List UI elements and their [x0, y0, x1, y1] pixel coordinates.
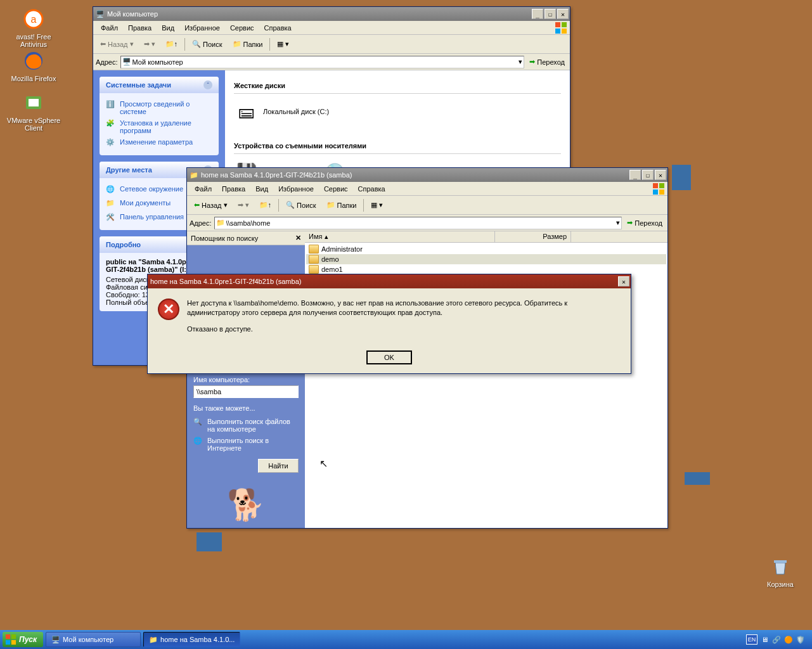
chevron-down-icon[interactable]: ▾	[519, 58, 522, 66]
svg-text:a: a	[31, 14, 37, 25]
desktop-icon-label: avast! Free Antivirus	[5, 33, 62, 48]
drive-local-c[interactable]: 🖴Локальный диск (C:)	[234, 100, 329, 123]
search-button[interactable]: 🔍Поиск	[188, 37, 226, 51]
error-dialog: home на Samba 4.1.0pre1-GIT-2f4b21b (sam…	[147, 274, 631, 374]
column-name[interactable]: Имя ▴	[305, 231, 495, 242]
computer-name-input[interactable]	[193, 385, 299, 398]
task-add-remove[interactable]: 🧩Установка и удаление программ	[106, 117, 212, 136]
taskbar-samba-home[interactable]: 📁home на Samba 4.1.0...	[143, 632, 240, 647]
ok-button[interactable]: OK	[366, 350, 412, 364]
up-button[interactable]: 📁↑	[161, 37, 183, 51]
folders-icon: 📁	[233, 40, 242, 48]
desktop-icon-avast[interactable]: a avast! Free Antivirus	[5, 8, 62, 48]
dialog-title: home на Samba 4.1.0pre1-GIT-2f4b21b (sam…	[150, 278, 615, 285]
titlebar[interactable]: 📁 home на Samba 4.1.0pre1-GIT-2f4b21b (s…	[187, 168, 667, 182]
language-indicator[interactable]: EN	[746, 634, 757, 645]
views-icon: ▦	[277, 40, 283, 48]
dialog-titlebar[interactable]: home на Samba 4.1.0pre1-GIT-2f4b21b (sam…	[148, 274, 631, 288]
titlebar[interactable]: 🖥️ Мой компьютер _ ☐ ✕	[93, 7, 570, 21]
desktop-icon-recycle[interactable]: Корзина	[752, 555, 809, 588]
system-tray: EN 🖥 🔗 🟠 🛡️	[742, 634, 809, 645]
panel-header[interactable]: Системные задачиˆ	[100, 77, 219, 93]
task-control-panel[interactable]: ⚙️Изменение параметра	[106, 136, 212, 150]
network-icon: 🌐	[106, 185, 116, 195]
programs-icon: 🧩	[106, 119, 116, 129]
address-input[interactable]	[132, 58, 518, 66]
go-button[interactable]: ➡Переход	[527, 58, 567, 66]
folders-button[interactable]: 📁Папки	[228, 37, 267, 51]
minimize-button[interactable]: _	[532, 9, 543, 19]
task-system-info[interactable]: ℹ️Просмотр сведений о системе	[106, 98, 212, 117]
tray-avast-icon[interactable]: 🟠	[783, 634, 794, 645]
menu-file[interactable]: Файл	[96, 23, 123, 33]
go-button[interactable]: ➡Переход	[624, 219, 665, 227]
views-button[interactable]: ▦▾	[366, 198, 387, 212]
addressbar: Адрес: 📁 ▾ ➡Переход	[187, 215, 667, 231]
address-label: Адрес:	[190, 219, 212, 227]
menu-tools[interactable]: Сервис	[225, 23, 259, 33]
menu-favorites[interactable]: Избранное	[179, 23, 225, 33]
control-panel-icon: 🛠️	[106, 213, 116, 223]
svg-rect-12	[653, 190, 658, 195]
error-denied: Отказано в доступе.	[187, 324, 621, 334]
section-hdd: Жесткие диски	[234, 79, 561, 94]
menu-view[interactable]: Вид	[157, 23, 179, 33]
folders-icon: 📁	[326, 201, 335, 209]
chevron-down-icon[interactable]: ▾	[616, 219, 620, 227]
folder-demo1[interactable]: demo1	[306, 264, 666, 274]
error-icon: ✕	[158, 299, 179, 320]
menu-edit[interactable]: Правка	[123, 23, 157, 33]
search-files-link[interactable]: 🔍Выполнить поиск файлов на компьютере	[193, 416, 299, 435]
desktop-icon-vmware[interactable]: VMware vSphere Client	[5, 91, 62, 132]
sort-asc-icon: ▴	[325, 233, 328, 240]
folder-demo[interactable]: demo	[306, 254, 666, 264]
windows-logo-icon	[5, 634, 16, 645]
minimize-button[interactable]: _	[629, 170, 641, 180]
folder-administrator[interactable]: Administrator	[306, 244, 666, 254]
address-input[interactable]	[226, 219, 615, 227]
up-button[interactable]: 📁↑	[255, 198, 276, 212]
menu-help[interactable]: Справка	[259, 23, 297, 33]
forward-button[interactable]: ➡▾	[139, 37, 160, 51]
back-button[interactable]: ⬅Назад▾	[190, 198, 232, 212]
menu-edit[interactable]: Правка	[217, 184, 250, 194]
menubar: Файл Правка Вид Избранное Сервис Справка	[93, 21, 570, 35]
close-icon[interactable]: ✕	[295, 234, 301, 242]
separator	[278, 199, 279, 212]
menubar: Файл Правка Вид Избранное Сервис Справка	[187, 182, 667, 196]
close-button[interactable]: ✕	[655, 170, 666, 180]
maximize-button[interactable]: ☐	[642, 170, 654, 180]
menu-tools[interactable]: Сервис	[319, 184, 353, 194]
address-combo[interactable]: 🖥️ ▾	[120, 56, 525, 68]
back-arrow-icon: ⬅	[194, 201, 200, 209]
search-button[interactable]: 🔍Поиск	[281, 198, 320, 212]
maximize-button[interactable]: ☐	[545, 9, 556, 19]
taskbar-my-computer[interactable]: 🖥️Мой компьютер	[46, 632, 141, 647]
views-button[interactable]: ▦▾	[273, 37, 293, 51]
tray-network-icon[interactable]: 🔗	[771, 634, 782, 645]
menu-file[interactable]: Файл	[190, 184, 217, 194]
folders-button[interactable]: 📁Папки	[322, 198, 361, 212]
menu-favorites[interactable]: Избранное	[273, 184, 319, 194]
menu-help[interactable]: Справка	[353, 184, 390, 194]
address-combo[interactable]: 📁 ▾	[214, 217, 622, 229]
folder-icon	[309, 255, 319, 264]
separator	[184, 38, 185, 51]
tray-shield-icon[interactable]: 🛡️	[796, 634, 806, 645]
close-button[interactable]: ✕	[618, 276, 629, 286]
desktop-icon-firefox[interactable]: Mozilla Firefox	[5, 49, 62, 82]
find-button[interactable]: Найти	[258, 459, 299, 473]
close-button[interactable]: ✕	[557, 9, 569, 19]
computer-icon: 🖥️	[51, 636, 60, 644]
forward-button[interactable]: ➡▾	[233, 198, 254, 212]
computer-name-label: Имя компьютера:	[193, 376, 299, 383]
search-internet-link[interactable]: 🌐Выполнить поиск в Интернете	[193, 435, 299, 454]
tray-vm-icon[interactable]: 🖥	[759, 634, 770, 645]
svg-rect-17	[11, 640, 16, 645]
start-button[interactable]: Пуск	[3, 632, 43, 647]
folder-up-icon: 📁↑	[165, 40, 178, 48]
back-button[interactable]: ⬅Назад▾	[96, 37, 138, 51]
column-size[interactable]: Размер	[495, 231, 571, 242]
taskbar: Пуск 🖥️Мой компьютер 📁home на Samba 4.1.…	[0, 630, 812, 649]
menu-view[interactable]: Вид	[250, 184, 273, 194]
